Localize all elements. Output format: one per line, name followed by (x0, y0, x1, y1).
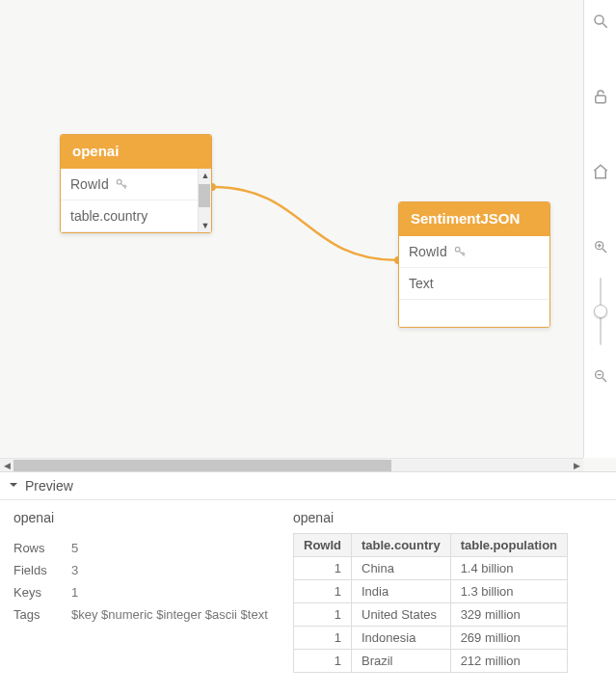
table-cell: 329 million (450, 603, 567, 627)
table-cell: China (352, 557, 451, 580)
svg-point-1 (455, 247, 460, 252)
zoom-slider-thumb[interactable] (594, 305, 607, 318)
table-cell: 212 million (450, 650, 567, 673)
zoom-out-icon[interactable] (589, 364, 612, 388)
preview-table: RowIdtable.countrytable.population 1Chin… (293, 533, 568, 673)
scroll-down-button[interactable]: ▼ (199, 219, 212, 232)
preview-meta: openai Rows5Fields3Keys1Tags$key $numeri… (0, 500, 289, 695)
node-field-country[interactable]: table.country (61, 200, 211, 232)
chevron-down-icon (8, 478, 19, 494)
svg-line-3 (603, 23, 607, 28)
table-cell: 1 (294, 580, 352, 603)
table-cell: 1 (294, 627, 352, 650)
table-row[interactable]: 1Indonesia269 million (294, 627, 568, 650)
table-cell: 269 million (450, 627, 567, 650)
meta-label: Tags (13, 607, 54, 622)
search-icon[interactable] (589, 10, 612, 33)
table-cell: 1 (294, 650, 352, 673)
zoom-slider[interactable] (600, 278, 602, 345)
table-cell: United States (352, 603, 451, 627)
meta-row: Keys1 (13, 581, 276, 603)
meta-value: 1 (71, 585, 78, 600)
table-row[interactable]: 1United States329 million (294, 603, 568, 627)
scroll-thumb[interactable] (13, 460, 391, 471)
node-scrollbar[interactable]: ▲ ▼ (198, 169, 211, 232)
node-title: SentimentJSON (399, 202, 549, 236)
table-cell: India (352, 580, 451, 603)
preview-panel: Preview openai Rows5Fields3Keys1Tags$key… (0, 472, 616, 695)
meta-value: $key $numeric $integer $ascii $text (71, 607, 268, 622)
node-fields: RowId table.country ▲ ▼ (61, 169, 211, 232)
preview-data-title: openai (293, 510, 606, 525)
meta-row: Tags$key $numeric $integer $ascii $text (13, 603, 276, 626)
home-icon[interactable] (589, 160, 612, 183)
table-cell: 1.4 billion (450, 557, 567, 580)
node-field-rowid[interactable]: RowId (61, 169, 211, 200)
meta-label: Rows (13, 541, 54, 555)
preview-meta-title: openai (13, 510, 276, 525)
table-row[interactable]: 1China1.4 billion (294, 557, 568, 580)
right-toolbar (583, 0, 616, 458)
table-cell: Indonesia (352, 627, 451, 650)
meta-label: Keys (13, 585, 54, 600)
field-label: Text (409, 276, 434, 291)
field-label: RowId (409, 244, 447, 259)
zoom-in-icon[interactable] (589, 235, 612, 258)
key-icon (453, 245, 467, 258)
svg-point-0 (117, 179, 121, 184)
scroll-thumb[interactable] (199, 184, 210, 207)
meta-label: Fields (13, 563, 54, 577)
table-header-cell[interactable]: RowId (294, 534, 352, 557)
table-row[interactable]: 1India1.3 billion (294, 580, 568, 603)
field-label: RowId (70, 176, 109, 192)
meta-value: 3 (71, 563, 78, 577)
table-cell: 1 (294, 603, 352, 627)
meta-row: Rows5 (13, 537, 276, 559)
svg-rect-4 (595, 95, 605, 103)
node-padding (399, 300, 549, 327)
preview-header-label: Preview (25, 478, 73, 494)
node-sentimentjson[interactable]: SentimentJSON RowId Text (398, 201, 550, 328)
scroll-up-button[interactable]: ▲ (199, 169, 212, 182)
meta-value: 5 (71, 541, 78, 555)
scroll-track[interactable] (13, 459, 570, 472)
diagram-canvas[interactable]: openai RowId table.country (0, 0, 583, 458)
svg-line-10 (603, 378, 606, 382)
meta-row: Fields3 (13, 559, 276, 581)
preview-data: openai RowIdtable.countrytable.populatio… (289, 500, 616, 695)
node-openai[interactable]: openai RowId table.country (60, 134, 212, 233)
node-link (212, 187, 398, 260)
table-header-cell[interactable]: table.population (450, 534, 567, 557)
diagram-canvas-container: openai RowId table.country (0, 0, 616, 472)
table-header-cell[interactable]: table.country (352, 534, 451, 557)
table-row[interactable]: 1Brazil212 million (294, 650, 568, 673)
node-field-text[interactable]: Text (399, 268, 549, 300)
unlock-icon[interactable] (589, 85, 612, 108)
scroll-left-button[interactable]: ◀ (0, 459, 13, 472)
key-icon (115, 177, 128, 191)
table-header-row: RowIdtable.countrytable.population (294, 534, 568, 557)
field-label: table.country (70, 208, 147, 224)
table-cell: 1.3 billion (450, 580, 567, 603)
preview-toggle[interactable]: Preview (0, 472, 616, 500)
node-field-rowid[interactable]: RowId (399, 236, 549, 268)
table-cell: 1 (294, 557, 352, 580)
svg-point-2 (595, 15, 603, 24)
scroll-right-button[interactable]: ▶ (570, 459, 583, 472)
canvas-horizontal-scrollbar[interactable]: ◀ ▶ (0, 458, 583, 471)
node-fields: RowId Text (399, 236, 549, 327)
table-cell: Brazil (352, 650, 451, 673)
svg-line-6 (603, 249, 606, 253)
node-title: openai (61, 135, 211, 169)
